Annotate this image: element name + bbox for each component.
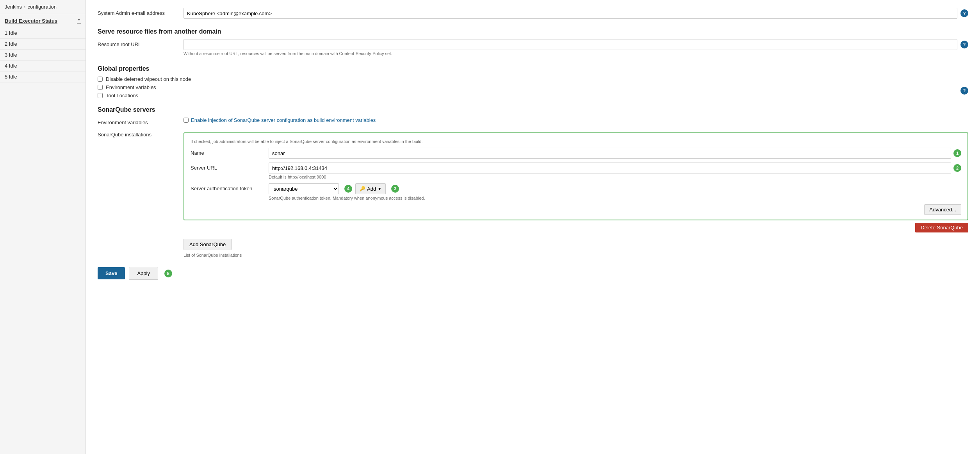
resource-root-url-input[interactable] [184, 39, 957, 50]
system-admin-email-label: System Admin e-mail address [98, 8, 184, 16]
global-prop-checkbox-1-row: Disable deferred wipeout on this node [98, 76, 968, 82]
sonar-url-default-hint: Default is http://localhost:9000 [269, 175, 961, 179]
sidebar-item-2: 2 Idle [0, 39, 86, 50]
sonar-add-btn-badge: 3 [391, 185, 399, 193]
resource-root-url-control: Without a resource root URL, resources w… [184, 39, 957, 56]
installations-list-hint: List of SonarQube installations [184, 253, 242, 257]
breadcrumb: Jenkins › configuration [0, 0, 86, 14]
apply-button[interactable]: Apply [129, 267, 158, 280]
sidebar-item-3: 3 Idle [0, 50, 86, 61]
sonarqube-servers-title: SonarQube servers [98, 106, 968, 113]
chevron-up-icon: ⌃ [77, 18, 81, 24]
sonar-url-label: Server URL [191, 163, 269, 171]
add-sonarqube-area: Add SonarQube List of SonarQube installa… [184, 239, 968, 257]
tool-locations-checkbox[interactable] [98, 93, 103, 98]
tool-locations-label: Tool Locations [106, 93, 138, 98]
add-btn-label: Add [367, 186, 376, 192]
sonar-url-control: 2 Default is http://localhost:9000 [269, 163, 961, 179]
sonar-env-inject-hint: If checked, job administrators will be a… [191, 139, 961, 144]
sonar-name-row: Name 1 [191, 148, 961, 159]
sonar-auth-row: Server authentication token sonarqube 4 … [191, 183, 961, 200]
sidebar-item-5: 5 Idle [0, 71, 86, 82]
sonar-env-vars-label: Environment variables [98, 117, 184, 125]
main-content: System Admin e-mail address ? Serve reso… [86, 0, 980, 454]
sonar-name-control: 1 [269, 148, 961, 159]
sonar-auth-token-select[interactable]: sonarqube [269, 183, 339, 194]
disable-deferred-wipeout-checkbox[interactable] [98, 77, 103, 82]
sonar-name-badge: 1 [953, 149, 961, 157]
sonar-advanced-button[interactable]: Advanced... [924, 204, 961, 215]
resource-root-url-row: Resource root URL Without a resource roo… [98, 39, 968, 56]
breadcrumb-jenkins[interactable]: Jenkins [5, 4, 22, 10]
sonar-add-credential-button[interactable]: 🔑 Add ▼ [355, 183, 386, 194]
apply-button-badge: 5 [164, 270, 172, 277]
sonar-auth-token-badge: 4 [344, 185, 352, 193]
save-button[interactable]: Save [98, 267, 125, 279]
sonar-action-buttons: Advanced... [191, 204, 961, 215]
environment-variables-label: Environment variables [106, 84, 156, 90]
build-executor-status-label: Build Executor Status [5, 18, 57, 24]
disable-deferred-wipeout-label: Disable deferred wipeout on this node [106, 76, 191, 82]
sonar-env-vars-row: Environment variables Enable injection o… [98, 117, 968, 125]
add-sonarqube-button[interactable]: Add SonarQube [184, 239, 232, 250]
env-inject-checkbox[interactable] [184, 118, 189, 123]
env-inject-link[interactable]: Enable injection of SonarQube server con… [191, 117, 376, 123]
key-icon: 🔑 [360, 186, 365, 191]
serve-resource-title: Serve resource files from another domain [98, 28, 968, 35]
resource-root-url-label: Resource root URL [98, 39, 184, 47]
sonar-name-label: Name [191, 148, 269, 156]
system-admin-email-input[interactable] [184, 8, 957, 19]
sonar-url-row: Server URL 2 Default is http://localhost… [191, 163, 961, 179]
environment-variables-checkbox[interactable] [98, 85, 103, 90]
footer-buttons: Save Apply 5 [98, 267, 968, 280]
breadcrumb-configuration: configuration [27, 4, 56, 10]
delete-sonarqube-button[interactable]: Delete SonarQube [915, 223, 968, 232]
sonar-url-input[interactable] [269, 163, 951, 173]
sonar-auth-control: sonarqube 4 🔑 Add ▼ 3 SonarQube authenti… [269, 183, 961, 200]
resource-root-url-hint: Without a resource root URL, resources w… [184, 51, 957, 56]
global-properties-help-icon[interactable]: ? [960, 87, 968, 95]
sonar-auth-hint: SonarQube authentication token. Mandator… [269, 196, 961, 200]
sidebar: Jenkins › configuration Build Executor S… [0, 0, 86, 454]
sonar-url-badge: 2 [953, 164, 961, 172]
sonar-auth-label: Server authentication token [191, 183, 269, 191]
env-inject-label-row: Enable injection of SonarQube server con… [184, 117, 968, 123]
sonar-env-vars-control: Enable injection of SonarQube server con… [184, 117, 968, 123]
global-properties-title: Global properties [98, 65, 968, 72]
resource-root-url-help-icon[interactable]: ? [960, 41, 968, 48]
system-admin-help-icon[interactable]: ? [960, 9, 968, 17]
sonar-installations-row: SonarQube installations If checked, job … [98, 129, 968, 257]
sonar-config-box: If checked, job administrators will be a… [184, 132, 968, 220]
breadcrumb-separator: › [24, 4, 25, 10]
system-admin-email-row: System Admin e-mail address ? [98, 8, 968, 19]
sonar-name-input[interactable] [269, 148, 951, 159]
sonar-installations-control: If checked, job administrators will be a… [184, 129, 968, 257]
system-admin-email-control [184, 8, 957, 19]
build-executor-status-header[interactable]: Build Executor Status ⌃ [0, 14, 86, 28]
dropdown-arrow-icon: ▼ [378, 187, 381, 191]
sidebar-item-4: 4 Idle [0, 61, 86, 71]
sonar-installations-label: SonarQube installations [98, 129, 184, 138]
sidebar-item-1: 1 Idle [0, 28, 86, 39]
